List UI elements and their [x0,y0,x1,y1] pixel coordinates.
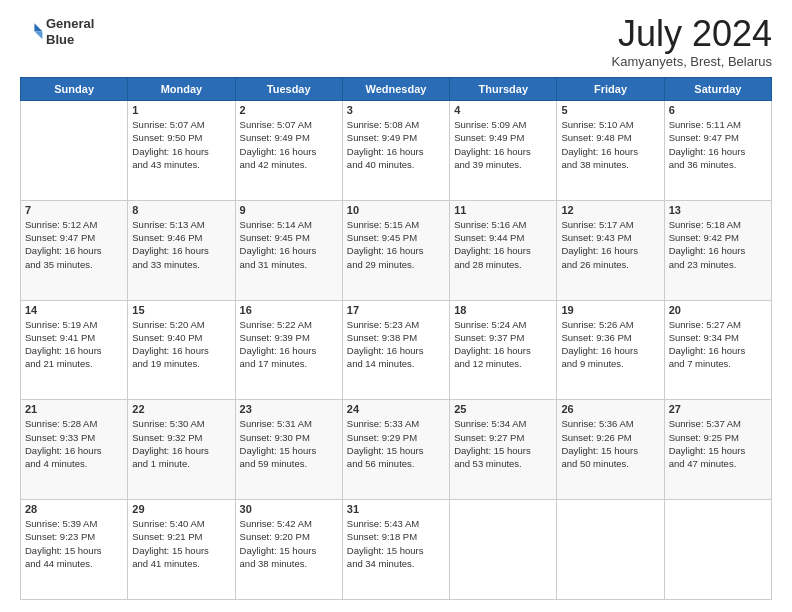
calendar-day-7: 7Sunrise: 5:12 AM Sunset: 9:47 PM Daylig… [21,200,128,300]
day-content: Sunrise: 5:24 AM Sunset: 9:37 PM Dayligh… [454,318,552,371]
day-number: 11 [454,204,552,216]
day-content: Sunrise: 5:31 AM Sunset: 9:30 PM Dayligh… [240,417,338,470]
day-content: Sunrise: 5:26 AM Sunset: 9:36 PM Dayligh… [561,318,659,371]
calendar-day-31: 31Sunrise: 5:43 AM Sunset: 9:18 PM Dayli… [342,500,449,600]
location: Kamyanyets, Brest, Belarus [612,54,772,69]
calendar-day-19: 19Sunrise: 5:26 AM Sunset: 9:36 PM Dayli… [557,300,664,400]
day-number: 26 [561,403,659,415]
day-number: 31 [347,503,445,515]
calendar-day-1: 1Sunrise: 5:07 AM Sunset: 9:50 PM Daylig… [128,101,235,201]
logo-icon [20,20,44,44]
day-header-wednesday: Wednesday [342,78,449,101]
calendar-day-26: 26Sunrise: 5:36 AM Sunset: 9:26 PM Dayli… [557,400,664,500]
day-number: 29 [132,503,230,515]
page: General Blue July 2024 Kamyanyets, Brest… [0,0,792,612]
calendar-day-16: 16Sunrise: 5:22 AM Sunset: 9:39 PM Dayli… [235,300,342,400]
day-content: Sunrise: 5:28 AM Sunset: 9:33 PM Dayligh… [25,417,123,470]
day-number: 10 [347,204,445,216]
day-content: Sunrise: 5:17 AM Sunset: 9:43 PM Dayligh… [561,218,659,271]
day-number: 20 [669,304,767,316]
day-content: Sunrise: 5:20 AM Sunset: 9:40 PM Dayligh… [132,318,230,371]
day-number: 27 [669,403,767,415]
header: General Blue July 2024 Kamyanyets, Brest… [20,16,772,69]
calendar-day-10: 10Sunrise: 5:15 AM Sunset: 9:45 PM Dayli… [342,200,449,300]
calendar-day-4: 4Sunrise: 5:09 AM Sunset: 9:49 PM Daylig… [450,101,557,201]
calendar-day-12: 12Sunrise: 5:17 AM Sunset: 9:43 PM Dayli… [557,200,664,300]
day-header-friday: Friday [557,78,664,101]
day-content: Sunrise: 5:34 AM Sunset: 9:27 PM Dayligh… [454,417,552,470]
day-content: Sunrise: 5:23 AM Sunset: 9:38 PM Dayligh… [347,318,445,371]
calendar-day-9: 9Sunrise: 5:14 AM Sunset: 9:45 PM Daylig… [235,200,342,300]
day-content: Sunrise: 5:08 AM Sunset: 9:49 PM Dayligh… [347,118,445,171]
day-content: Sunrise: 5:36 AM Sunset: 9:26 PM Dayligh… [561,417,659,470]
calendar-week-row: 7Sunrise: 5:12 AM Sunset: 9:47 PM Daylig… [21,200,772,300]
calendar-day-29: 29Sunrise: 5:40 AM Sunset: 9:21 PM Dayli… [128,500,235,600]
calendar-empty-cell [664,500,771,600]
day-number: 6 [669,104,767,116]
day-number: 1 [132,104,230,116]
calendar-day-21: 21Sunrise: 5:28 AM Sunset: 9:33 PM Dayli… [21,400,128,500]
calendar-empty-cell [21,101,128,201]
calendar-day-14: 14Sunrise: 5:19 AM Sunset: 9:41 PM Dayli… [21,300,128,400]
day-content: Sunrise: 5:33 AM Sunset: 9:29 PM Dayligh… [347,417,445,470]
day-number: 21 [25,403,123,415]
day-number: 18 [454,304,552,316]
day-content: Sunrise: 5:12 AM Sunset: 9:47 PM Dayligh… [25,218,123,271]
calendar-week-row: 14Sunrise: 5:19 AM Sunset: 9:41 PM Dayli… [21,300,772,400]
calendar-day-13: 13Sunrise: 5:18 AM Sunset: 9:42 PM Dayli… [664,200,771,300]
calendar-day-30: 30Sunrise: 5:42 AM Sunset: 9:20 PM Dayli… [235,500,342,600]
calendar-day-18: 18Sunrise: 5:24 AM Sunset: 9:37 PM Dayli… [450,300,557,400]
day-number: 19 [561,304,659,316]
day-number: 30 [240,503,338,515]
calendar-day-28: 28Sunrise: 5:39 AM Sunset: 9:23 PM Dayli… [21,500,128,600]
calendar-day-3: 3Sunrise: 5:08 AM Sunset: 9:49 PM Daylig… [342,101,449,201]
calendar-day-24: 24Sunrise: 5:33 AM Sunset: 9:29 PM Dayli… [342,400,449,500]
day-content: Sunrise: 5:19 AM Sunset: 9:41 PM Dayligh… [25,318,123,371]
day-header-tuesday: Tuesday [235,78,342,101]
calendar-day-22: 22Sunrise: 5:30 AM Sunset: 9:32 PM Dayli… [128,400,235,500]
calendar-day-15: 15Sunrise: 5:20 AM Sunset: 9:40 PM Dayli… [128,300,235,400]
day-number: 2 [240,104,338,116]
calendar-week-row: 1Sunrise: 5:07 AM Sunset: 9:50 PM Daylig… [21,101,772,201]
day-content: Sunrise: 5:30 AM Sunset: 9:32 PM Dayligh… [132,417,230,470]
day-content: Sunrise: 5:37 AM Sunset: 9:25 PM Dayligh… [669,417,767,470]
day-number: 3 [347,104,445,116]
day-header-sunday: Sunday [21,78,128,101]
day-content: Sunrise: 5:43 AM Sunset: 9:18 PM Dayligh… [347,517,445,570]
day-content: Sunrise: 5:16 AM Sunset: 9:44 PM Dayligh… [454,218,552,271]
day-header-monday: Monday [128,78,235,101]
day-number: 8 [132,204,230,216]
calendar-week-row: 28Sunrise: 5:39 AM Sunset: 9:23 PM Dayli… [21,500,772,600]
calendar-header-row: SundayMondayTuesdayWednesdayThursdayFrid… [21,78,772,101]
day-content: Sunrise: 5:39 AM Sunset: 9:23 PM Dayligh… [25,517,123,570]
day-content: Sunrise: 5:07 AM Sunset: 9:49 PM Dayligh… [240,118,338,171]
calendar-day-27: 27Sunrise: 5:37 AM Sunset: 9:25 PM Dayli… [664,400,771,500]
day-number: 7 [25,204,123,216]
day-content: Sunrise: 5:13 AM Sunset: 9:46 PM Dayligh… [132,218,230,271]
day-number: 17 [347,304,445,316]
logo: General Blue [20,16,94,47]
calendar-day-5: 5Sunrise: 5:10 AM Sunset: 9:48 PM Daylig… [557,101,664,201]
calendar-table: SundayMondayTuesdayWednesdayThursdayFrid… [20,77,772,600]
calendar-day-11: 11Sunrise: 5:16 AM Sunset: 9:44 PM Dayli… [450,200,557,300]
day-number: 5 [561,104,659,116]
day-content: Sunrise: 5:18 AM Sunset: 9:42 PM Dayligh… [669,218,767,271]
calendar-day-23: 23Sunrise: 5:31 AM Sunset: 9:30 PM Dayli… [235,400,342,500]
day-number: 9 [240,204,338,216]
title-block: July 2024 Kamyanyets, Brest, Belarus [612,16,772,69]
day-content: Sunrise: 5:10 AM Sunset: 9:48 PM Dayligh… [561,118,659,171]
day-content: Sunrise: 5:11 AM Sunset: 9:47 PM Dayligh… [669,118,767,171]
calendar-day-6: 6Sunrise: 5:11 AM Sunset: 9:47 PM Daylig… [664,101,771,201]
day-number: 22 [132,403,230,415]
day-number: 15 [132,304,230,316]
calendar-day-17: 17Sunrise: 5:23 AM Sunset: 9:38 PM Dayli… [342,300,449,400]
day-number: 12 [561,204,659,216]
calendar-day-2: 2Sunrise: 5:07 AM Sunset: 9:49 PM Daylig… [235,101,342,201]
day-content: Sunrise: 5:27 AM Sunset: 9:34 PM Dayligh… [669,318,767,371]
logo-text: General Blue [46,16,94,47]
day-content: Sunrise: 5:15 AM Sunset: 9:45 PM Dayligh… [347,218,445,271]
day-content: Sunrise: 5:22 AM Sunset: 9:39 PM Dayligh… [240,318,338,371]
day-number: 25 [454,403,552,415]
day-number: 16 [240,304,338,316]
day-content: Sunrise: 5:40 AM Sunset: 9:21 PM Dayligh… [132,517,230,570]
